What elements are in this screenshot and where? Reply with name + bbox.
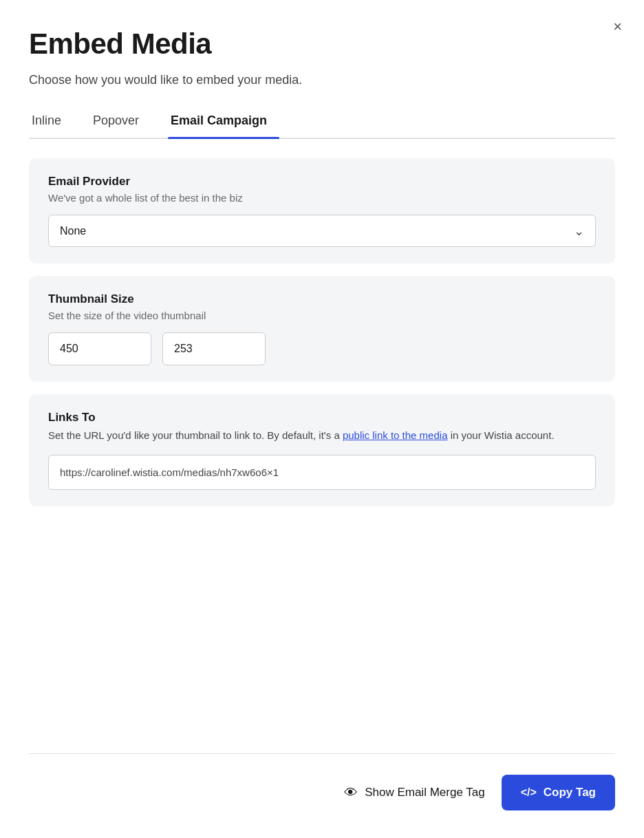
- email-provider-title: Email Provider: [48, 175, 596, 189]
- modal-title: Embed Media: [29, 28, 615, 61]
- tab-bar: Inline Popover Email Campaign: [29, 107, 615, 139]
- code-icon: </>: [521, 786, 537, 799]
- email-provider-select-wrapper: None Mailchimp Constant Contact HubSpot …: [48, 215, 596, 247]
- tab-email-campaign[interactable]: Email Campaign: [168, 107, 279, 138]
- thumbnail-height-input[interactable]: [162, 332, 266, 365]
- tab-popover[interactable]: Popover: [90, 107, 151, 138]
- modal-subtitle: Choose how you would like to embed your …: [29, 73, 615, 87]
- thumbnail-size-desc: Set the size of the video thumbnail: [48, 310, 596, 321]
- size-inputs-group: [48, 332, 596, 365]
- email-provider-desc: We've got a whole list of the best in th…: [48, 192, 596, 204]
- copy-tag-button[interactable]: </> Copy Tag: [502, 775, 615, 810]
- links-to-section: Links To Set the URL you'd like your thu…: [29, 394, 615, 506]
- thumbnail-width-input[interactable]: [48, 332, 151, 365]
- links-to-description: Set the URL you'd like your thumbnail to…: [48, 428, 596, 444]
- thumbnail-size-section: Thumbnail Size Set the size of the video…: [29, 276, 615, 382]
- public-link[interactable]: public link to the media: [343, 429, 448, 441]
- show-merge-tag-button[interactable]: 👁 Show Email Merge Tag: [344, 785, 485, 801]
- tab-inline[interactable]: Inline: [29, 107, 74, 138]
- email-provider-section: Email Provider We've got a whole list of…: [29, 158, 615, 264]
- links-to-url-input[interactable]: [48, 455, 596, 490]
- email-provider-select[interactable]: None Mailchimp Constant Contact HubSpot …: [49, 215, 595, 246]
- embed-media-modal: × Embed Media Choose how you would like …: [0, 0, 644, 838]
- thumbnail-size-title: Thumbnail Size: [48, 292, 596, 306]
- links-to-title: Links To: [48, 411, 596, 425]
- modal-footer: 👁 Show Email Merge Tag </> Copy Tag: [29, 753, 615, 810]
- close-button[interactable]: ×: [613, 19, 622, 34]
- eye-icon: 👁: [344, 785, 358, 801]
